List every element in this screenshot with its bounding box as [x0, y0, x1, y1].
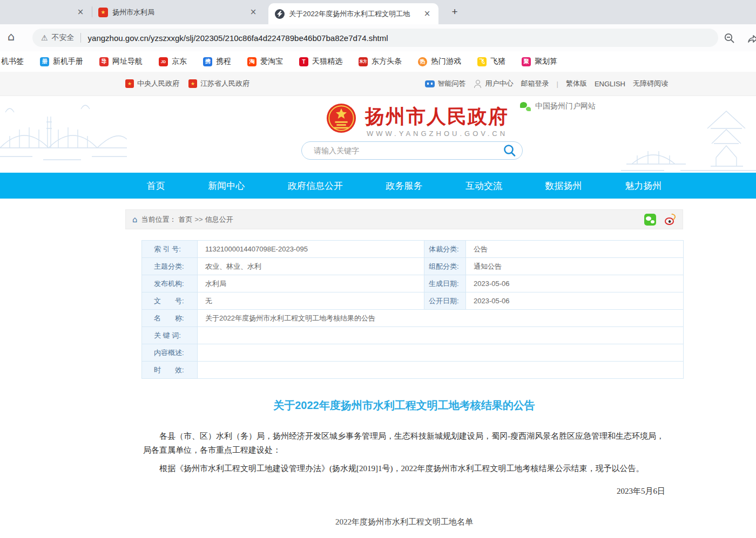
- bookmark-item[interactable]: 导网址导航: [99, 57, 143, 66]
- meta-value: 水利局: [198, 275, 424, 292]
- meta-label: 生成日期:: [424, 275, 466, 292]
- breadcrumb-current-link[interactable]: 信息公开: [205, 215, 233, 224]
- site-url: WWW.YANGZHOU.GOV.CN: [367, 130, 508, 138]
- new-tab-button[interactable]: +: [448, 6, 461, 19]
- portal-label: 中国扬州门户网站: [535, 101, 596, 111]
- warning-icon: ⚠: [41, 33, 48, 42]
- meta-row: 主题分类:农业、林业、水利组配分类:通知公告: [142, 258, 684, 275]
- wechat-icon: [520, 102, 531, 111]
- nav-item[interactable]: 政府信息公开: [288, 180, 343, 192]
- bookmark-item[interactable]: 热热门游戏: [418, 57, 461, 66]
- close-icon[interactable]: ×: [422, 9, 432, 19]
- article-paragraph: 根据《扬州市水利工程文明工地建设管理办法》(扬水规[2019]1号)，2022年…: [143, 461, 665, 475]
- page-content: ⌂ 当前位置： 首页 >> 信息公开 索 引 号:113210000144070…: [125, 199, 683, 527]
- meta-value: [198, 344, 684, 362]
- bookmark-favicon: 聚: [522, 57, 531, 66]
- bookmark-item[interactable]: 东方东方头条: [359, 57, 402, 66]
- utility-link-jiangsu-gov[interactable]: ★江苏省人民政府: [188, 79, 249, 88]
- article-list-title: 2022年度扬州市水利工程文明工地名单: [143, 517, 665, 527]
- nav-item[interactable]: 魅力扬州: [625, 180, 662, 192]
- bookmark-label: 天猫精选: [312, 57, 342, 66]
- breadcrumb-separator: >>: [195, 215, 203, 223]
- article-title: 关于2022年度扬州市水利工程文明工地考核结果的公告: [143, 398, 665, 413]
- portal-link[interactable]: 中国扬州门户网站: [520, 101, 596, 111]
- bookmark-label: 热门游戏: [431, 57, 461, 66]
- meta-label: 内容概述:: [142, 344, 198, 362]
- utility-link-user-center[interactable]: 用户中心: [474, 79, 514, 88]
- address-bar[interactable]: ⚠ 不安全 yangzhou.gov.cn/yzszxxgk/slj/20230…: [32, 29, 718, 47]
- nav-item[interactable]: 政务服务: [386, 180, 422, 192]
- article: 关于2022年度扬州市水利工程文明工地考核结果的公告 各县（市、区）水利（务）局…: [125, 398, 683, 527]
- url-text[interactable]: yangzhou.gov.cn/yzszxxgk/slj/202305/210c…: [88, 33, 388, 43]
- meta-value: [198, 327, 684, 344]
- bookmark-item[interactable]: 淘爱淘宝: [247, 57, 283, 66]
- bookmark-label: 携程: [216, 57, 231, 66]
- divider: [80, 33, 81, 43]
- bookmark-item[interactable]: T天猫精选: [299, 57, 342, 66]
- share-icon[interactable]: [747, 32, 756, 44]
- bookmark-favicon: 导: [99, 57, 109, 66]
- meta-value: 通知公告: [466, 258, 684, 275]
- nav-item[interactable]: 首页: [147, 180, 165, 192]
- meta-label: 名 称:: [142, 310, 198, 327]
- breadcrumb-home-link[interactable]: 首页: [179, 215, 193, 224]
- bookmark-label: 东方头条: [372, 57, 402, 66]
- banner-decoration-right: [621, 96, 756, 173]
- meta-row: 内容概述:: [142, 344, 684, 362]
- close-icon[interactable]: ×: [248, 8, 258, 17]
- close-icon[interactable]: ×: [76, 8, 85, 17]
- main-nav: 首页新闻中心政府信息公开政务服务互动交流数据扬州魅力扬州: [125, 173, 683, 199]
- gov-emblem-icon: ★: [188, 79, 197, 88]
- search-icon[interactable]: [503, 144, 517, 158]
- meta-label: 公开日期:: [424, 292, 466, 310]
- utility-link-traditional-chinese[interactable]: 繁体版: [566, 79, 587, 88]
- bookmark-item[interactable]: 机书签: [1, 57, 24, 66]
- meta-label: 文 号:: [142, 292, 198, 310]
- utility-link-mail-login[interactable]: 邮箱登录: [521, 79, 549, 88]
- tab-active-announcement[interactable]: 关于2022年度扬州市水利工程文明工地 ×: [268, 3, 438, 24]
- bookmark-item[interactable]: 册新机手册: [40, 57, 83, 66]
- article-body: 各县（市、区）水利（务）局，扬州经济开发区城乡事务管理局，生态科技新城规划建设局…: [143, 429, 665, 475]
- utility-link-english[interactable]: ENGLISH: [595, 80, 625, 88]
- tab-partial[interactable]: ×: [0, 0, 92, 24]
- bookmark-item[interactable]: 携携程: [203, 57, 231, 66]
- banner-decoration-left: [0, 96, 127, 173]
- security-label[interactable]: 不安全: [52, 33, 75, 43]
- bookmark-item[interactable]: JD京东: [159, 57, 187, 66]
- meta-label: 体裁分类:: [424, 241, 466, 258]
- zoom-out-icon[interactable]: [724, 32, 735, 44]
- tab-water-bureau[interactable]: ★ 扬州市水利局 ×: [92, 0, 265, 24]
- bookmark-item[interactable]: 飞飞猪: [477, 57, 505, 66]
- national-emblem-icon: [326, 103, 357, 136]
- browser-tab-bar: × ★ 扬州市水利局 × 关于2022年度扬州市水利工程文明工地 × +: [0, 0, 756, 24]
- utility-link-ai-qa[interactable]: 智能问答: [425, 79, 466, 88]
- bookmark-item[interactable]: 聚聚划算: [522, 57, 557, 66]
- utility-link-label: 江苏省人民政府: [200, 79, 249, 88]
- bookmark-favicon: 热: [418, 57, 427, 66]
- article-paragraph: 各县（市、区）水利（务）局，扬州经济开发区城乡事务管理局，生态科技新城规划建设局…: [143, 429, 665, 457]
- nav-item[interactable]: 互动交流: [465, 180, 502, 192]
- meta-table: 索 引 号:11321000014407098E-2023-095体裁分类:公告…: [141, 240, 684, 379]
- nav-item[interactable]: 数据扬州: [545, 180, 582, 192]
- meta-value: 公告: [466, 241, 684, 258]
- utility-link-label: 中央人民政府: [137, 79, 179, 88]
- home-icon[interactable]: ⌂: [8, 30, 15, 43]
- meta-row: 名 称:关于2022年度扬州市水利工程文明工地考核结果的公告: [142, 310, 684, 327]
- meta-row: 索 引 号:11321000014407098E-2023-095体裁分类:公告: [142, 241, 684, 258]
- utility-link-label: 用户中心: [485, 79, 514, 88]
- search-bar: [301, 141, 523, 160]
- wechat-share-icon[interactable]: [644, 214, 656, 226]
- nav-item[interactable]: 新闻中心: [208, 180, 245, 192]
- meta-row: 关 键 词:: [142, 327, 684, 344]
- meta-label: 组配分类:: [424, 258, 466, 275]
- breadcrumb: ⌂ 当前位置： 首页 >> 信息公开: [125, 209, 683, 229]
- meta-value: 农业、林业、水利: [198, 258, 424, 275]
- bookmark-label: 聚划算: [535, 57, 557, 66]
- search-input[interactable]: [313, 146, 503, 155]
- utility-link-central-gov[interactable]: ★中央人民政府: [125, 79, 179, 88]
- breadcrumb-prefix: 当前位置：: [141, 215, 177, 224]
- utility-link-accessibility[interactable]: 无障碍阅读: [633, 79, 668, 88]
- meta-row: 发布机构:水利局生成日期:2023-05-06: [142, 275, 684, 292]
- weibo-share-icon[interactable]: [664, 214, 676, 226]
- site-header: 扬州市人民政府 WWW.YANGZHOU.GOV.CN 中国扬州门户网站: [0, 96, 756, 173]
